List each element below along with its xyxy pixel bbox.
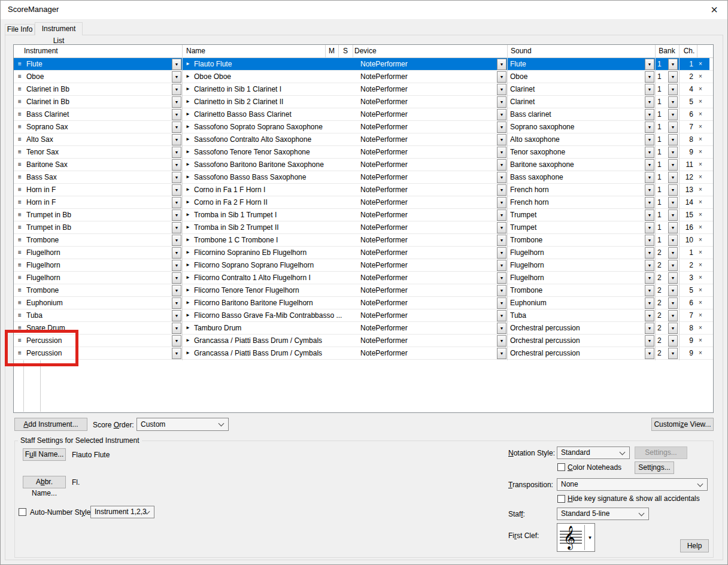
color-noteheads-checkbox[interactable] [557, 463, 565, 471]
instrument-dropdown[interactable]: ▼ [172, 348, 181, 359]
table-row[interactable]: ≡ Euphonium ▼ ► Flicorno Baritono Barito… [14, 297, 713, 309]
delete-row-icon[interactable]: × [696, 347, 705, 359]
device-dropdown[interactable]: ▼ [497, 272, 506, 284]
device-dropdown[interactable]: ▼ [497, 285, 506, 296]
instrument-dropdown[interactable]: ▼ [172, 310, 181, 321]
expand-icon[interactable]: ► [186, 184, 190, 196]
help-button[interactable]: Help [680, 539, 709, 552]
bank-dropdown[interactable]: ▼ [668, 71, 678, 83]
table-row[interactable]: ≡ Flugelhorn ▼ ► Flicorno Soprano Sopran… [14, 259, 713, 272]
drag-handle-icon[interactable]: ≡ [18, 284, 22, 296]
sound-dropdown[interactable]: ▼ [645, 84, 654, 95]
sound-dropdown[interactable]: ▼ [645, 247, 654, 259]
expand-icon[interactable]: ► [186, 209, 190, 221]
notation-style-select[interactable]: Standard [557, 446, 630, 459]
table-row[interactable]: ≡ Clarinet in Bb ▼ ► Clarinetto in Sib 2… [14, 96, 713, 108]
drag-handle-icon[interactable]: ≡ [18, 71, 22, 83]
instrument-dropdown[interactable]: ▼ [172, 247, 181, 259]
expand-icon[interactable]: ► [186, 171, 190, 183]
delete-row-icon[interactable]: × [696, 247, 705, 259]
instrument-dropdown[interactable]: ▼ [172, 297, 181, 309]
table-row[interactable]: ≡ Percussion ▼ ► Grancassa / Piatti Bass… [14, 335, 713, 347]
drag-handle-icon[interactable]: ≡ [18, 196, 22, 208]
sound-dropdown[interactable]: ▼ [645, 235, 654, 246]
expand-icon[interactable]: ► [186, 247, 190, 259]
bank-dropdown[interactable]: ▼ [668, 335, 678, 347]
device-dropdown[interactable]: ▼ [497, 121, 506, 133]
bank-dropdown[interactable]: ▼ [668, 96, 678, 108]
table-row[interactable]: ≡ Tuba ▼ ► Flicorno Basso Grave Fa-Mib C… [14, 309, 713, 322]
bank-dropdown[interactable]: ▼ [668, 260, 678, 271]
expand-icon[interactable]: ► [186, 335, 190, 347]
sound-dropdown[interactable]: ▼ [645, 348, 654, 359]
delete-row-icon[interactable]: × [696, 272, 705, 284]
sound-dropdown[interactable]: ▼ [645, 209, 654, 221]
delete-row-icon[interactable]: × [696, 159, 705, 171]
delete-row-icon[interactable]: × [696, 284, 705, 296]
sound-dropdown[interactable]: ▼ [645, 96, 654, 108]
bank-dropdown[interactable]: ▼ [668, 159, 678, 171]
device-dropdown[interactable]: ▼ [497, 197, 506, 208]
expand-icon[interactable]: ► [186, 297, 190, 309]
bank-dropdown[interactable]: ▼ [668, 310, 678, 321]
delete-row-icon[interactable]: × [696, 83, 705, 95]
table-row[interactable]: ≡ Trumpet in Bb ▼ ► Tromba in Sib 2 Trum… [14, 221, 713, 234]
add-instrument-button[interactable]: Add Instrument... [14, 418, 87, 431]
delete-row-icon[interactable]: × [696, 96, 705, 108]
bank-dropdown[interactable]: ▼ [668, 247, 678, 259]
device-dropdown[interactable]: ▼ [497, 59, 506, 70]
expand-icon[interactable]: ► [186, 284, 190, 296]
bank-dropdown[interactable]: ▼ [668, 134, 678, 145]
table-row[interactable]: ≡ Baritone Sax ▼ ► Sassofono Baritono Ba… [14, 159, 713, 171]
drag-handle-icon[interactable]: ≡ [18, 108, 22, 120]
delete-row-icon[interactable]: × [696, 297, 705, 309]
instrument-dropdown[interactable]: ▼ [172, 84, 181, 95]
table-row[interactable]: ≡ Tenor Sax ▼ ► Sassofono Tenore Tenor S… [14, 146, 713, 159]
sound-dropdown[interactable]: ▼ [645, 335, 654, 347]
drag-handle-icon[interactable]: ≡ [18, 309, 22, 321]
drag-handle-icon[interactable]: ≡ [18, 58, 22, 70]
device-dropdown[interactable]: ▼ [497, 209, 506, 221]
expand-icon[interactable]: ► [186, 146, 190, 158]
expand-icon[interactable]: ► [186, 196, 190, 208]
sound-dropdown[interactable]: ▼ [645, 147, 654, 158]
delete-row-icon[interactable]: × [696, 209, 705, 221]
sound-dropdown[interactable]: ▼ [645, 159, 654, 171]
device-dropdown[interactable]: ▼ [497, 310, 506, 321]
bank-dropdown[interactable]: ▼ [668, 184, 678, 196]
sound-dropdown[interactable]: ▼ [645, 222, 654, 233]
bank-dropdown[interactable]: ▼ [668, 235, 678, 246]
table-row[interactable]: ≡ Flugelhorn ▼ ► Flicorno Contralto 1 Al… [14, 272, 713, 284]
instrument-dropdown[interactable]: ▼ [172, 197, 181, 208]
table-row[interactable]: ≡ Bass Clarinet ▼ ► Clarinetto Basso Bas… [14, 108, 713, 121]
table-row[interactable]: ≡ Trumpet in Bb ▼ ► Tromba in Sib 1 Trum… [14, 209, 713, 221]
bank-dropdown[interactable]: ▼ [668, 172, 678, 183]
instrument-dropdown[interactable]: ▼ [172, 109, 181, 120]
first-clef-button[interactable]: 𝄞 ▼ [557, 523, 595, 552]
device-dropdown[interactable]: ▼ [497, 260, 506, 271]
device-dropdown[interactable]: ▼ [497, 297, 506, 309]
expand-icon[interactable]: ► [186, 58, 190, 70]
color-settings-button[interactable]: Settings... [635, 461, 674, 474]
drag-handle-icon[interactable]: ≡ [18, 146, 22, 158]
auto-number-checkbox[interactable] [19, 508, 26, 516]
instrument-dropdown[interactable]: ▼ [172, 59, 181, 70]
device-dropdown[interactable]: ▼ [497, 71, 506, 83]
sound-dropdown[interactable]: ▼ [645, 323, 654, 334]
instrument-dropdown[interactable]: ▼ [172, 335, 181, 347]
delete-row-icon[interactable]: × [696, 322, 705, 334]
tab-instrument-list[interactable]: Instrument List [35, 22, 83, 35]
device-dropdown[interactable]: ▼ [497, 323, 506, 334]
expand-icon[interactable]: ► [186, 221, 190, 233]
bank-dropdown[interactable]: ▼ [668, 348, 678, 359]
drag-handle-icon[interactable]: ≡ [18, 121, 22, 133]
table-row[interactable]: ≡ Alto Sax ▼ ► Sassofono Contralto Alto … [14, 133, 713, 146]
sound-dropdown[interactable]: ▼ [645, 197, 654, 208]
drag-handle-icon[interactable]: ≡ [18, 184, 22, 196]
sound-dropdown[interactable]: ▼ [645, 285, 654, 296]
device-dropdown[interactable]: ▼ [497, 96, 506, 108]
delete-row-icon[interactable]: × [696, 259, 705, 271]
drag-handle-icon[interactable]: ≡ [18, 159, 22, 171]
table-row[interactable]: ≡ Oboe ▼ ► Oboe Oboe NotePerformer ▼ Obo… [14, 71, 713, 83]
bank-dropdown[interactable]: ▼ [668, 209, 678, 221]
